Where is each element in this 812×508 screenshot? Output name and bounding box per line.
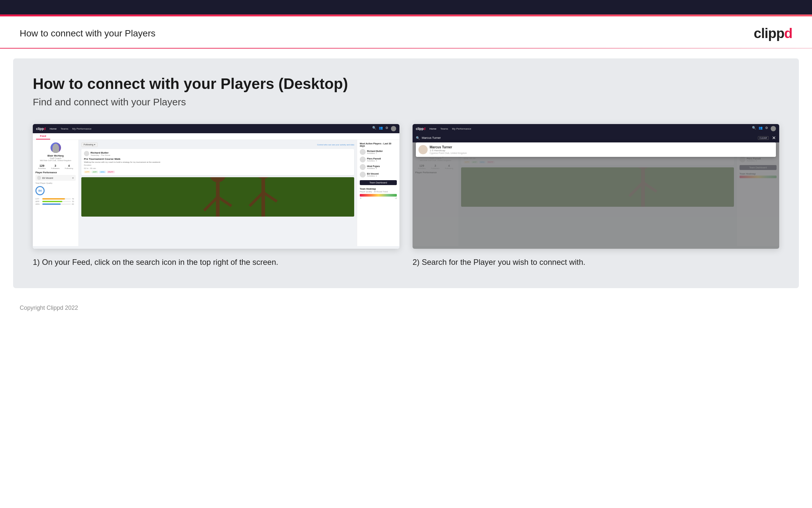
activity-avatar <box>84 151 89 156</box>
player-avatar-1 <box>360 157 366 162</box>
mini-nav-home-2[interactable]: Home <box>429 127 436 130</box>
screenshot-2-frame: clippd Home Teams My Performance 🔍 👥 ⚙ <box>413 124 779 249</box>
activity-card: Richard Butler Yesterday - The Grove Pre… <box>81 149 354 175</box>
result-handicap: 1-5 Handicap <box>430 149 467 152</box>
team-dashboard-btn[interactable]: Team Dashboard <box>360 180 397 185</box>
result-name: Marcus Turner <box>430 145 467 149</box>
result-avatar <box>419 145 428 154</box>
player-row-0: Richard Butler Activities: 7 <box>360 149 397 155</box>
stat-bars-1: OTT 79 APP 70 ARG <box>36 198 76 205</box>
search-query-text: Marcus Turner <box>422 136 756 139</box>
mini-content-1: Blair McHarg Golf Coach Mill Ride Golf C… <box>33 140 399 246</box>
search-result-card[interactable]: Marcus Turner 1-5 Handicap Cypress Point… <box>416 142 776 157</box>
page-title: How to connect with your Players <box>20 28 155 39</box>
close-search-btn[interactable]: ✕ <box>772 135 776 140</box>
bar-app: APP 70 <box>36 201 76 203</box>
tag-putt: PUTT <box>107 171 115 173</box>
activity-header: Richard Butler Yesterday - The Grove <box>84 151 351 156</box>
player-info-2: Hiral Pujara Activities: 3 <box>367 165 380 169</box>
player-avatar-2 <box>360 164 366 170</box>
control-link[interactable]: Control who can see your activity and da… <box>317 144 354 146</box>
screenshot-1-container: clippd Home Teams My Performance 🔍 👥 ⚙ <box>33 124 399 268</box>
following-row: Following ▾ Control who can see your act… <box>81 142 354 147</box>
copyright: Copyright Clippd 2022 <box>20 304 78 311</box>
top-bar <box>0 0 812 14</box>
logo: clippd <box>754 26 792 41</box>
heatmap-bar <box>360 194 397 197</box>
mini-nav-icons: 🔍 👥 ⚙ <box>372 126 396 131</box>
people-icon[interactable]: 👥 <box>379 126 383 131</box>
result-info: Marcus Turner 1-5 Handicap Cypress Point… <box>430 145 467 154</box>
score-circle-1: 84 <box>36 186 45 195</box>
player-performance-title-1: Player Performance <box>36 171 76 174</box>
following-btn[interactable]: Following ▾ <box>81 142 98 147</box>
screenshots-row: clippd Home Teams My Performance 🔍 👥 ⚙ <box>33 124 779 268</box>
quality-label-1: Total Player Quality <box>36 182 76 184</box>
player-icon-1 <box>37 176 41 180</box>
main-content: How to connect with your Players (Deskto… <box>13 58 799 288</box>
search-overlay: 🔍 Marcus Turner CLEAR ✕ Marcus Turner 1-… <box>413 133 779 249</box>
mini-logo-2: clippd <box>416 127 425 131</box>
hero-subtitle: Find and connect with your Players <box>33 96 779 108</box>
mini-app-2: clippd Home Teams My Performance 🔍 👥 ⚙ <box>413 124 779 249</box>
activity-tags: OTT APP ARG PUTT <box>84 171 351 173</box>
tag-arg: ARG <box>99 171 106 173</box>
settings-icon[interactable]: ⚙ <box>385 126 388 131</box>
player-info-1: Piers Parnell Activities: 4 <box>367 158 381 162</box>
profile-name-1: Blair McHarg <box>36 154 76 157</box>
mini-app-1: clippd Home Teams My Performance 🔍 👥 ⚙ <box>33 124 399 249</box>
search-icon[interactable]: 🔍 <box>372 126 376 131</box>
mini-tab-bar-1: Feed <box>33 133 399 140</box>
header: How to connect with your Players clippd <box>0 16 812 48</box>
mini-nav-performance[interactable]: My Performance <box>72 127 92 130</box>
bar-ott: OTT 79 <box>36 198 76 200</box>
followers-stat: 3 Followers <box>51 164 60 169</box>
mini-nav-perf-2[interactable]: My Performance <box>452 127 471 130</box>
profile-stats-1: 129 Activities 3 Followers 4 Following <box>36 164 76 169</box>
mini-left-panel-1: Blair McHarg Golf Coach Mill Ride Golf C… <box>33 140 79 246</box>
tag-ott: OTT <box>84 171 91 173</box>
nav-avatar[interactable] <box>391 126 396 131</box>
result-club: Cypress Point Club, United Kingdom <box>430 152 467 154</box>
activity-duration: Duration <box>84 164 351 166</box>
profile-avatar-1 <box>50 142 61 153</box>
mini-right-panel-1: Most Active Players - Last 30 days Richa… <box>357 140 399 246</box>
feed-tab[interactable]: Feed <box>36 133 50 139</box>
profile-role-1: Golf Coach <box>36 157 76 160</box>
player-select-1[interactable]: Eli Vincent ▼ <box>36 175 76 181</box>
search-icon-2[interactable]: 🔍 <box>752 126 756 131</box>
mini-nav-home[interactable]: Home <box>50 127 56 130</box>
mini-nav-2: clippd Home Teams My Performance 🔍 👥 ⚙ <box>413 124 779 133</box>
player-info-0: Richard Butler Activities: 7 <box>367 150 383 154</box>
mini-logo-1: clippd <box>36 127 46 131</box>
clear-btn[interactable]: CLEAR <box>758 136 769 140</box>
mini-profile-1: Blair McHarg Golf Coach Mill Ride Golf C… <box>36 142 76 162</box>
hero-title: How to connect with your Players (Deskto… <box>33 75 779 92</box>
footer: Copyright Clippd 2022 <box>0 298 812 318</box>
player-avatar-3 <box>360 172 366 177</box>
settings-icon-2[interactable]: ⚙ <box>765 126 768 131</box>
step-2-desc: 2) Search for the Player you wish to con… <box>413 257 779 268</box>
activities-stat: 129 Activities <box>38 164 46 169</box>
header-divider <box>0 48 812 49</box>
player-row-2: Hiral Pujara Activities: 3 <box>360 164 397 170</box>
tag-app: APP <box>92 171 98 173</box>
heatmap-meta: Player Quality - 20 Round Trend <box>360 190 397 193</box>
nav-avatar-2[interactable] <box>771 126 776 131</box>
following-stat: 4 Following <box>65 164 73 169</box>
player-avatar-0 <box>360 149 366 155</box>
player-info-3: Eli Vincent Activities: 1 <box>367 173 379 177</box>
mini-nav-icons-2: 🔍 👥 ⚙ <box>752 126 776 131</box>
screenshot-1-frame: clippd Home Teams My Performance 🔍 👥 ⚙ <box>33 124 399 249</box>
profile-club-1: Mill Ride Golf Club, United Kingdom <box>36 160 76 162</box>
mini-nav-teams-2[interactable]: Teams <box>440 127 448 130</box>
search-icon-overlay: 🔍 <box>416 136 420 140</box>
mini-nav-teams[interactable]: Teams <box>61 127 68 130</box>
people-icon-2[interactable]: 👥 <box>759 126 762 131</box>
player-row-1: Piers Parnell Activities: 4 <box>360 157 397 162</box>
bar-arg: ARG 64 <box>36 203 76 205</box>
screenshot-2-container: clippd Home Teams My Performance 🔍 👥 ⚙ <box>413 124 779 268</box>
chevron-icon-1: ▼ <box>72 177 74 179</box>
golf-photo-1 <box>81 177 354 217</box>
heatmap-labels: -5 +5 <box>360 197 397 199</box>
